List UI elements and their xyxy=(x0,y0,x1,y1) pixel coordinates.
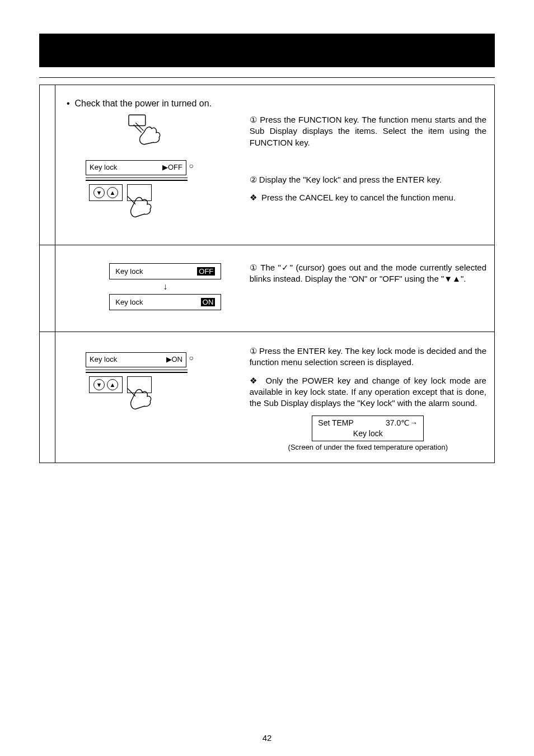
steps-table: • Check that the power in turned on. Key… xyxy=(39,85,495,463)
hand-press-icon xyxy=(116,388,155,427)
lcd-value: ▶OFF xyxy=(162,163,182,171)
example-caption: (Screen of under the fixed temperature o… xyxy=(288,442,448,452)
down-key-icon: ▼ xyxy=(93,379,105,390)
page-number: 42 xyxy=(0,733,534,743)
step-cell-2: Key lock OFF ↓ Key lock ON xyxy=(55,245,495,332)
step-gutter-3 xyxy=(40,332,55,463)
lcd-value: ▶ON xyxy=(166,355,183,363)
step3-para2: ❖ Only the POWER key and change of key l… xyxy=(250,375,486,409)
step1-text3: Press the CANCEL key to cancel the funct… xyxy=(261,193,456,202)
num-2-icon: ② xyxy=(250,175,257,184)
down-key-icon: ▼ xyxy=(93,187,105,198)
step2-text1: The "✓" (cursor) goes out and the mode c… xyxy=(250,263,486,283)
lcd-keylock-on-highlight: Key lock ON xyxy=(109,294,221,310)
lcd-label: Key lock xyxy=(90,355,117,363)
header-black-band xyxy=(39,34,495,67)
num-1-icon: ① xyxy=(250,263,257,272)
bullet-check-power-text: Check that the power in turned on. xyxy=(75,99,212,108)
lcd-label: Key lock xyxy=(115,298,143,306)
step3-text2: Only the POWER key and change of key loc… xyxy=(250,376,486,408)
step3-para1: ① Press the ENTER key. The key lock mode… xyxy=(250,346,486,368)
down-arrow-icon: ↓ xyxy=(163,282,167,292)
lcd-keylock-off: Key lock ▶OFF ○ xyxy=(86,160,186,175)
lcd-value-on-inverted: ON xyxy=(201,298,216,306)
lcd-keylock-off-highlight: Key lock OFF xyxy=(109,263,221,279)
led-indicator-icon: ○ xyxy=(189,353,194,362)
step1-text1: Press the FUNCTION key. The function men… xyxy=(250,115,486,147)
step2-para1: ① The "✓" (cursor) goes out and the mode… xyxy=(250,262,486,285)
step3-text1: Press the ENTER key. The key lock mode i… xyxy=(250,346,486,367)
step-cell-3: Key lock ▶ON ○ ▼ xyxy=(55,332,495,463)
num-1-icon: ① xyxy=(250,115,257,124)
example-lcd-row2: Key lock xyxy=(316,428,420,439)
step-gutter-1 xyxy=(40,85,55,245)
diamond-icon: ❖ xyxy=(250,193,257,202)
diamond-icon: ❖ xyxy=(250,376,259,385)
bullet-check-power: • Check that the power in turned on. xyxy=(67,99,486,109)
step-gutter-2 xyxy=(40,245,55,332)
lcd-keylock-on: Key lock ▶ON ○ xyxy=(86,352,186,367)
step-cell-1: • Check that the power in turned on. Key… xyxy=(55,85,495,245)
led-indicator-icon: ○ xyxy=(189,161,194,170)
step1-text2: Display the "Key lock" and press the ENT… xyxy=(259,175,442,184)
example-lcd-left: Set TEMP xyxy=(318,418,354,428)
lcd-value-off-inverted: OFF xyxy=(197,267,215,276)
hand-press-icon xyxy=(125,112,164,151)
step1-para3: ❖ Press the CANCEL key to cancel the fun… xyxy=(250,192,486,203)
step1-para1: ① Press the FUNCTION key. The function m… xyxy=(250,114,486,148)
header-rule xyxy=(39,77,495,78)
keypad-drawing: ▼ ▲ xyxy=(89,184,245,201)
num-1-icon: ① xyxy=(250,346,257,356)
example-lcd-right: 37.0℃→ xyxy=(386,418,418,428)
keypad-drawing: ▼ ▲ xyxy=(89,376,245,393)
lcd-label: Key lock xyxy=(90,163,117,171)
lcd-example-keylock: Set TEMP 37.0℃→ Key lock xyxy=(312,416,424,441)
lcd-label: Key lock xyxy=(115,267,143,276)
hand-press-icon xyxy=(116,195,155,235)
step1-para2: ② Display the "Key lock" and press the E… xyxy=(250,174,486,185)
